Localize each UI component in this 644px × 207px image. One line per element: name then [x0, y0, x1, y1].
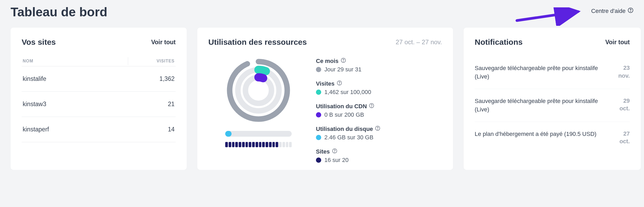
- help-icon[interactable]: [337, 80, 342, 87]
- legend-sites-label: Sites: [316, 148, 330, 155]
- legend-dot-disk: [316, 135, 321, 140]
- resources-legend: Ce mois Jour 29 sur 31 Visites: [316, 56, 442, 167]
- legend-disk-value: 2.46 GB sur 30 GB: [324, 134, 373, 141]
- site-name: kinstalife: [23, 75, 159, 82]
- sites-view-all-link[interactable]: Voir tout: [151, 39, 176, 46]
- notification-row[interactable]: Sauvegarde téléchargeable prête pour kin…: [475, 89, 630, 122]
- svg-point-2: [630, 11, 631, 12]
- sites-usage-bar: [225, 142, 292, 147]
- legend-disk-label: Utilisation du disque: [316, 126, 373, 132]
- notification-text: Le plan d'hébergement a été payé (190.5 …: [475, 130, 597, 138]
- page-title: Tableau de bord: [11, 5, 107, 19]
- legend-visits-label: Visites: [316, 80, 335, 87]
- sites-card: Vos sites Voir tout NOM VISITES kinstali…: [11, 28, 187, 170]
- svg-point-11: [339, 84, 339, 84]
- disk-usage-bar: [225, 131, 292, 137]
- donut-chart: [224, 56, 293, 125]
- notification-text: Sauvegarde téléchargeable prête pour kin…: [475, 97, 613, 114]
- site-row[interactable]: kinstaperf 14: [22, 117, 176, 142]
- site-visits: 1,362: [159, 75, 175, 82]
- legend-dot-month: [316, 67, 321, 72]
- notifications-card-title: Notifications: [475, 38, 523, 47]
- site-visits: 21: [168, 101, 175, 108]
- legend-sites-value: 16 sur 20: [324, 157, 349, 164]
- sites-col-visits: VISITES: [157, 59, 175, 63]
- svg-point-9: [343, 61, 343, 62]
- sites-table-header: NOM VISITES: [22, 56, 176, 66]
- sites-card-title: Vos sites: [22, 38, 56, 47]
- legend-visits-value: 1,462 sur 100,000: [324, 89, 371, 96]
- legend-dot-cdn: [316, 112, 321, 117]
- help-icon: [628, 7, 633, 15]
- notifications-card: Notifications Voir tout Sauvegarde téléc…: [464, 28, 641, 170]
- column-divider: [128, 57, 128, 65]
- annotation-arrow: [515, 7, 583, 27]
- svg-line-0: [517, 12, 578, 21]
- legend-dot-visits: [316, 90, 321, 95]
- notification-row[interactable]: Le plan d'hébergement a été payé (190.5 …: [475, 122, 630, 153]
- notification-date: 27 oct.: [619, 130, 630, 145]
- help-icon[interactable]: [369, 103, 374, 110]
- legend-cdn-value: 0 B sur 200 GB: [324, 111, 364, 118]
- svg-point-15: [378, 129, 378, 130]
- resources-chart: [208, 56, 309, 167]
- legend-dot-sites: [316, 157, 321, 163]
- resources-date-range: 27 oct. – 27 nov.: [396, 38, 442, 46]
- site-row[interactable]: kinstaw3 21: [22, 92, 176, 117]
- site-row[interactable]: kinstalife 1,362: [22, 66, 176, 92]
- help-center-label: Centre d'aide: [591, 8, 626, 14]
- resources-card-title: Utilisation des ressources: [208, 38, 307, 47]
- disk-usage-fill: [225, 131, 232, 137]
- svg-point-13: [371, 107, 372, 107]
- help-icon[interactable]: [332, 148, 337, 155]
- legend-cdn-label: Utilisation du CDN: [316, 103, 367, 110]
- help-icon[interactable]: [341, 58, 346, 65]
- help-center-link[interactable]: Centre d'aide: [591, 7, 633, 15]
- resources-card: Utilisation des ressources 27 oct. – 27 …: [197, 28, 453, 170]
- site-visits: 14: [168, 126, 175, 133]
- legend-month-value: Jour 29 sur 31: [324, 66, 362, 73]
- notification-text: Sauvegarde téléchargeable prête pour kin…: [475, 64, 612, 81]
- notification-date: 29 oct.: [619, 97, 630, 112]
- site-name: kinstaperf: [23, 126, 168, 133]
- notification-row[interactable]: Sauvegarde téléchargeable prête pour kin…: [475, 56, 630, 89]
- help-icon[interactable]: [375, 126, 380, 132]
- notification-date: 23 nov.: [618, 64, 630, 80]
- legend-month-label: Ce mois: [316, 58, 339, 65]
- svg-point-17: [334, 152, 335, 152]
- site-name: kinstaw3: [23, 101, 168, 108]
- notifications-view-all-link[interactable]: Voir tout: [605, 39, 630, 46]
- sites-col-name: NOM: [23, 59, 157, 63]
